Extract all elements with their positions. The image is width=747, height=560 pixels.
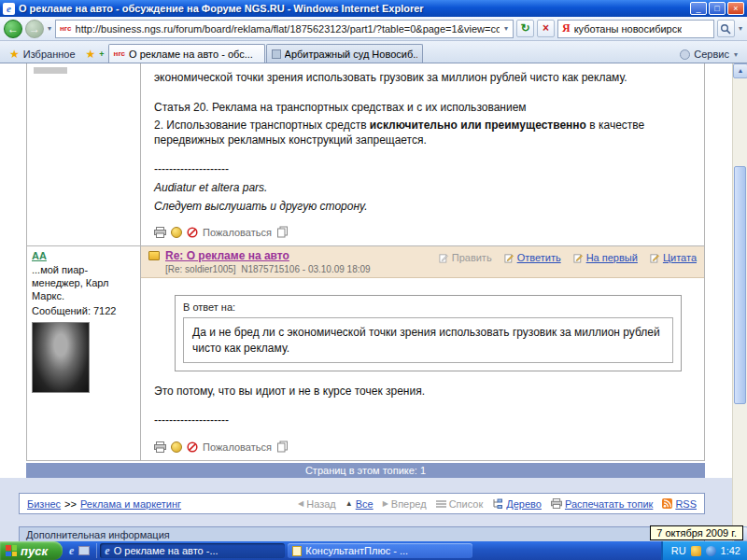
address-toolbar: ← → ▾ нгс http://business.ngs.ru/forum/b… (0, 17, 747, 41)
search-input[interactable]: Я куботаны новосибирск (557, 20, 714, 38)
post-actions: Править Ответить На первый (439, 252, 697, 263)
post-body: В ответ на: Да и не бред ли с экономичес… (141, 278, 704, 436)
service-menu-button[interactable]: Сервис ▾ (674, 46, 744, 63)
smiley-icon[interactable] (171, 441, 182, 453)
forward-button[interactable]: → (25, 20, 44, 38)
avatar-fragment (34, 67, 67, 74)
report-link[interactable]: Пожаловаться (203, 227, 272, 238)
law-paragraph: 2. Использование транспортных средств ис… (154, 119, 691, 147)
post-meta: [Re: soldier1005] N1875715106 - 03.10.09… (165, 264, 433, 274)
address-dropdown-icon[interactable]: ▾ (503, 24, 509, 33)
left-arrow-icon: ◀ (298, 499, 303, 508)
list-icon (436, 499, 446, 509)
scroll-up-button[interactable]: ▲ (733, 63, 747, 78)
rss-icon (662, 498, 672, 509)
edit-icon (439, 253, 449, 263)
language-indicator[interactable]: RU (671, 545, 686, 556)
refresh-icon: ↻ (520, 21, 529, 35)
first-post-icon (573, 253, 584, 263)
forum-post: экономической точки зрения использовать … (27, 63, 704, 246)
post-title-link[interactable]: Re: О рекламе на авто (165, 249, 289, 262)
tray-network-icon[interactable] (706, 546, 716, 556)
printer-icon (551, 498, 562, 509)
quote-link[interactable]: Цитата (650, 252, 697, 263)
tab-background[interactable]: Арбитражный суд Новосиб... (266, 44, 423, 63)
address-bar-input[interactable]: нгс http://business.ngs.ru/forum/board/r… (55, 20, 514, 38)
breadcrumb-panel: Бизнес >> Реклама и маркетинг ◀Назад ▲Вс… (19, 493, 705, 514)
service-label: Сервис (694, 49, 729, 60)
ie-task-icon: e (105, 545, 109, 556)
maximize-button[interactable]: □ (709, 2, 726, 15)
signature-divider: -------------------- (154, 413, 691, 428)
site-favicon: нгс (60, 24, 72, 33)
taskbar-task[interactable]: КонсультантПлюс - ... (288, 543, 472, 558)
right-arrow-icon: ▶ (383, 499, 388, 508)
reply-icon (504, 253, 514, 263)
post-footer: Пожаловаться (141, 436, 704, 460)
tab-label: Арбитражный суд Новосиб... (285, 49, 417, 60)
consultant-task-icon (292, 546, 302, 556)
nav-tree-link[interactable]: Дерево (492, 498, 542, 510)
tray-shield-icon[interactable] (691, 546, 701, 556)
stop-button[interactable]: × (537, 20, 555, 37)
vertical-scrollbar[interactable]: ▲ ▼ (732, 63, 747, 541)
tab-current[interactable]: нгс О рекламе на авто - обс... (108, 44, 265, 63)
stop-icon: × (543, 21, 549, 35)
pages-bar: Страниц в этом топике: 1 (26, 463, 705, 478)
clock-date-tooltip: 7 октября 2009 г. (650, 525, 743, 540)
chevron-down-icon: ▾ (733, 50, 739, 59)
breadcrumb-separator: >> (64, 498, 77, 510)
history-dropdown-icon[interactable]: ▾ (47, 24, 52, 33)
breadcrumb: Бизнес >> Реклама и маркетинг (27, 498, 181, 510)
quote-header: В ответ на: (183, 301, 673, 314)
close-button[interactable]: × (727, 2, 744, 15)
nav-print-link[interactable]: Распечатать топик (551, 498, 653, 510)
search-go-button[interactable] (717, 20, 735, 37)
pages-icon[interactable] (276, 226, 289, 238)
clock[interactable]: 1:42 (721, 545, 740, 556)
favorites-button[interactable]: ★ Избранное (3, 46, 82, 63)
tab-favicon: нгс (114, 49, 126, 58)
ban-icon[interactable] (187, 441, 198, 453)
printer-icon[interactable] (154, 227, 166, 238)
pages-icon[interactable] (276, 441, 289, 453)
message-count: Сообщений: 7122 (32, 305, 135, 316)
url-text: http://business.ngs.ru/forum/board/rekla… (76, 23, 500, 35)
nav-back: ◀Назад (298, 498, 336, 510)
reply-link[interactable]: Ответить (504, 252, 561, 263)
back-button[interactable]: ← (4, 20, 22, 38)
post-body: экономической точки зрения использовать … (141, 63, 704, 221)
refresh-button[interactable]: ↻ (516, 20, 534, 37)
law-title: Статья 20. Реклама на транспортных средс… (154, 101, 691, 116)
nav-rss-link[interactable]: RSS (662, 498, 697, 510)
taskbar: пуск e e О рекламе на авто -... Консульт… (0, 541, 747, 560)
tab-label: О рекламе на авто - обс... (129, 49, 253, 60)
ban-icon[interactable] (187, 227, 198, 238)
author-link[interactable]: АА (32, 250, 47, 261)
add-favorite-button[interactable]: ★+ (82, 46, 108, 63)
forum-post: АА ...мой пиар-менеджер, Карл Маркс. Соо… (27, 246, 704, 461)
breadcrumb-category-link[interactable]: Бизнес (27, 498, 61, 510)
smiley-icon[interactable] (171, 227, 182, 238)
start-button[interactable]: пуск (0, 541, 63, 560)
forum-thread-table: экономической точки зрения использовать … (26, 63, 705, 461)
search-options-dropdown-icon[interactable]: ▾ (738, 24, 743, 33)
quote-block: В ответ на: Да и не бред ли с экономичес… (175, 295, 682, 371)
nav-all-link[interactable]: ▲Все (345, 498, 374, 510)
magnifier-icon (720, 23, 731, 35)
first-post-link[interactable]: На первый (573, 252, 638, 263)
ie-logo-icon: e (3, 3, 15, 15)
quick-launch: e (63, 543, 97, 558)
breadcrumb-forum-link[interactable]: Реклама и маркетинг (80, 498, 181, 510)
taskbar-task-active[interactable]: e О рекламе на авто -... (100, 543, 285, 558)
scrollbar-thumb[interactable] (734, 166, 746, 404)
printer-icon[interactable] (154, 441, 166, 453)
windows-logo-icon (6, 545, 17, 556)
minimize-button[interactable]: _ (690, 2, 707, 15)
show-desktop-icon[interactable] (78, 546, 90, 555)
extra-info-panel: Дополнительная информация Модератор: Blo… (19, 526, 705, 541)
report-link[interactable]: Пожаловаться (203, 441, 272, 453)
tree-icon (492, 498, 503, 509)
ie-window: e О рекламе на авто - обсуждение на Фору… (0, 0, 747, 560)
quicklaunch-ie-icon[interactable]: e (69, 545, 74, 556)
